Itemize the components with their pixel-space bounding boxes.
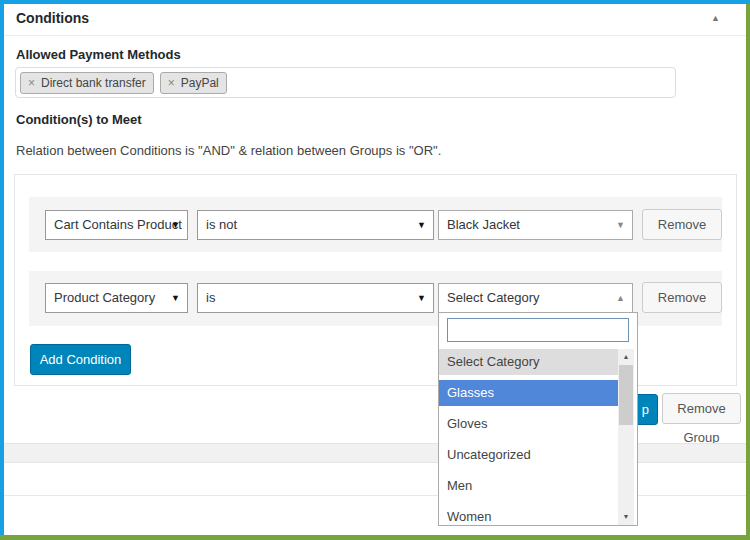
frame-border-top (0, 0, 750, 4)
add-condition-button[interactable]: Add Condition (30, 344, 131, 375)
chevron-down-icon: ▼ (171, 284, 180, 312)
remove-tag-icon[interactable]: × (168, 76, 175, 90)
chevron-up-icon: ▲ (616, 284, 625, 312)
payment-method-tag: × Direct bank transfer (20, 72, 154, 94)
option-uncategorized[interactable]: Uncategorized (439, 442, 618, 468)
conditions-heading: Condition(s) to Meet (16, 112, 142, 127)
category-dropdown-panel: Select Category Glasses Gloves Uncategor… (438, 312, 638, 526)
frame-border-right (746, 0, 750, 540)
condition-value-select[interactable]: Black Jacket ▼ (438, 210, 633, 240)
header-divider (4, 35, 746, 36)
remove-condition-button[interactable]: Remove (642, 209, 722, 240)
category-search-input[interactable] (447, 318, 629, 342)
chevron-down-icon: ▼ (417, 211, 426, 239)
option-men[interactable]: Men (439, 473, 618, 499)
chevron-down-icon: ▼ (171, 211, 180, 239)
tag-label: PayPal (181, 76, 219, 90)
scroll-down-icon[interactable]: ▼ (618, 509, 634, 525)
option-glasses[interactable]: Glasses (439, 380, 618, 406)
condition-field-select[interactable]: Cart Contains Product ▼ (45, 210, 188, 240)
conditions-panel: Conditions ▲ Allowed Payment Methods × D… (0, 0, 750, 540)
option-select-category[interactable]: Select Category (439, 349, 618, 375)
chevron-down-icon: ▼ (616, 211, 625, 239)
relation-note: Relation between Conditions is "AND" & r… (16, 143, 441, 158)
condition-operator-select[interactable]: is ▼ (197, 283, 434, 313)
chevron-down-icon: ▼ (417, 284, 426, 312)
category-options-list: Select Category Glasses Gloves Uncategor… (439, 349, 618, 526)
scroll-up-icon[interactable]: ▲ (618, 349, 634, 365)
option-women[interactable]: Women (439, 504, 618, 526)
frame-border-left (0, 0, 4, 540)
payment-method-tag: × PayPal (160, 72, 227, 94)
frame-border-bottom (0, 535, 750, 540)
tag-label: Direct bank transfer (41, 76, 146, 90)
scrollbar-thumb[interactable] (619, 365, 633, 425)
option-gloves[interactable]: Gloves (439, 411, 618, 437)
condition-field-select[interactable]: Product Category ▼ (45, 283, 188, 313)
dropdown-scrollbar[interactable]: ▲ ▼ (618, 349, 634, 525)
condition-operator-select[interactable]: is not ▼ (197, 210, 434, 240)
panel-title: Conditions (16, 10, 89, 26)
payment-methods-label: Allowed Payment Methods (16, 47, 181, 62)
remove-tag-icon[interactable]: × (28, 76, 35, 90)
payment-methods-multiselect[interactable]: × Direct bank transfer × PayPal (15, 67, 676, 98)
remove-group-button[interactable]: Remove Group (662, 393, 741, 424)
remove-condition-button[interactable]: Remove (642, 282, 722, 313)
collapse-toggle-icon[interactable]: ▲ (711, 13, 720, 23)
category-select-open[interactable]: Select Category ▲ (438, 283, 633, 313)
